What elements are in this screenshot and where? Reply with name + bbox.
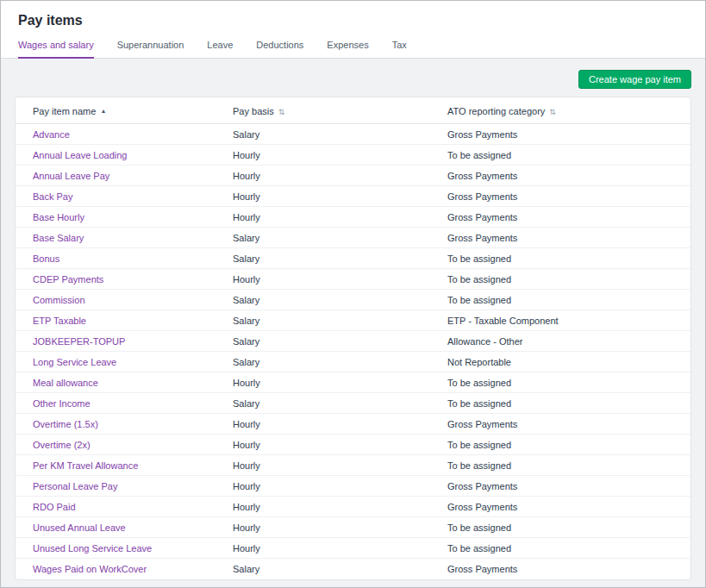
table-row: Unused Long Service LeaveHourlyTo be ass… (16, 538, 690, 559)
ato-category-cell: Gross Payments (447, 228, 690, 248)
ato-category-cell: To be assigned (447, 538, 690, 559)
pay-item-link[interactable]: Annual Leave Loading (33, 150, 127, 160)
pay-item-link[interactable]: Back Pay (33, 191, 72, 202)
pay-item-link[interactable]: Meal allowance (33, 378, 98, 388)
ato-category-cell: ETP - Taxable Component (447, 310, 690, 331)
pay-item-link[interactable]: RDO Paid (33, 502, 76, 512)
pay-item-link[interactable]: Advance (33, 129, 70, 140)
ato-category-cell: To be assigned (447, 517, 690, 538)
pay-item-name-cell: Base Salary (16, 228, 233, 248)
pay-item-name-cell: ETP Taxable (16, 310, 233, 331)
ato-category-cell: To be assigned (447, 290, 690, 310)
pay-basis-cell: Salary (233, 352, 447, 372)
table-row: Unused Annual LeaveHourlyTo be assigned (16, 517, 690, 538)
pay-item-link[interactable]: Overtime (1.5x) (33, 419, 98, 429)
table-row: Wages Paid on WorkCoverSalaryGross Payme… (16, 559, 690, 579)
pay-items-table: Pay item name▲ Pay basis⇅ ATO reporting … (16, 97, 690, 579)
table-header-row: Pay item name▲ Pay basis⇅ ATO reporting … (16, 97, 690, 124)
ato-category-cell: Gross Payments (447, 207, 690, 228)
table-row: Base SalarySalaryGross Payments (16, 228, 690, 248)
pay-basis-cell: Hourly (233, 166, 447, 186)
pay-item-name-cell: Wages Paid on WorkCover (16, 559, 233, 579)
sort-icon: ⇅ (549, 108, 556, 116)
pay-item-link[interactable]: Wages Paid on WorkCover (33, 564, 147, 574)
pay-basis-cell: Salary (233, 124, 447, 145)
pay-item-name-cell: Unused Annual Leave (16, 517, 233, 538)
pay-basis-cell: Hourly (233, 517, 447, 538)
pay-item-name-cell: Meal allowance (16, 372, 233, 393)
pay-item-name-cell: Annual Leave Pay (16, 166, 233, 186)
ato-category-cell: To be assigned (447, 393, 690, 414)
pay-basis-cell: Salary (233, 310, 447, 331)
ato-category-cell: To be assigned (447, 435, 690, 455)
ato-category-cell: Gross Payments (447, 124, 690, 145)
pay-item-name-cell: JOBKEEPER-TOPUP (16, 331, 233, 352)
pay-basis-cell: Hourly (233, 497, 447, 517)
table-row: Other IncomeSalaryTo be assigned (16, 393, 690, 414)
pay-item-name-cell: Personal Leave Pay (16, 476, 233, 497)
pay-item-link[interactable]: Unused Annual Leave (33, 522, 126, 533)
pay-basis-cell: Salary (233, 248, 447, 269)
pay-item-link[interactable]: Unused Long Service Leave (33, 543, 152, 554)
pay-basis-cell: Salary (233, 559, 447, 579)
pay-item-link[interactable]: Per KM Travel Allowance (33, 460, 138, 471)
table-body: AdvanceSalaryGross PaymentsAnnual Leave … (16, 124, 690, 579)
ato-category-cell: Allowance - Other (447, 331, 690, 352)
pay-item-link[interactable]: Commission (33, 295, 85, 305)
pay-item-name-cell: Annual Leave Loading (16, 145, 233, 166)
pay-basis-cell: Hourly (233, 186, 447, 207)
content-area: Create wage pay item Pay item name▲ Pay … (1, 59, 705, 587)
table-row: Annual Leave LoadingHourlyTo be assigned (16, 145, 690, 166)
table-row: Personal Leave PayHourlyGross Payments (16, 476, 690, 497)
pay-basis-cell: Salary (233, 331, 447, 352)
ato-category-cell: Gross Payments (447, 166, 690, 186)
ato-category-cell: To be assigned (447, 455, 690, 476)
pay-item-name-cell: CDEP Payments (16, 269, 233, 290)
tab-deductions[interactable]: Deductions (256, 40, 303, 58)
ato-category-cell: Not Reportable (447, 352, 690, 372)
sort-icon: ⇅ (278, 108, 285, 116)
pay-item-link[interactable]: Long Service Leave (33, 357, 116, 367)
tab-superannuation[interactable]: Superannuation (117, 40, 184, 58)
ato-category-cell: Gross Payments (447, 414, 690, 435)
pay-item-link[interactable]: ETP Taxable (33, 316, 86, 326)
sort-ascending-icon: ▲ (100, 108, 106, 114)
table-row: BonusSalaryTo be assigned (16, 248, 690, 269)
ato-category-cell: To be assigned (447, 145, 690, 166)
tab-tax[interactable]: Tax (392, 40, 407, 58)
pay-basis-cell: Salary (233, 228, 447, 248)
tab-leave[interactable]: Leave (207, 40, 233, 58)
ato-category-cell: To be assigned (447, 269, 690, 290)
pay-item-link[interactable]: CDEP Payments (33, 274, 103, 285)
column-header-pay-basis[interactable]: Pay basis⇅ (233, 97, 447, 124)
pay-basis-cell: Hourly (233, 435, 447, 455)
table-row: Long Service LeaveSalaryNot Reportable (16, 352, 690, 372)
tab-expenses[interactable]: Expenses (327, 40, 368, 58)
pay-item-link[interactable]: Base Salary (33, 233, 84, 243)
tab-wages-and-salary[interactable]: Wages and salary (18, 40, 94, 59)
ato-category-cell: Gross Payments (447, 476, 690, 497)
pay-item-link[interactable]: Personal Leave Pay (33, 481, 117, 491)
pay-item-link[interactable]: Annual Leave Pay (33, 171, 109, 181)
pay-item-name-cell: Long Service Leave (16, 352, 233, 372)
ato-category-cell: To be assigned (447, 372, 690, 393)
pay-basis-cell: Hourly (233, 372, 447, 393)
pay-item-name-cell: Commission (16, 290, 233, 310)
pay-basis-cell: Salary (233, 393, 447, 414)
pay-item-link[interactable]: Overtime (2x) (33, 440, 91, 450)
table-row: JOBKEEPER-TOPUPSalaryAllowance - Other (16, 331, 690, 352)
table-row: Per KM Travel AllowanceHourlyTo be assig… (16, 455, 690, 476)
column-header-pay-item-name[interactable]: Pay item name▲ (16, 97, 233, 124)
pay-item-link[interactable]: Base Hourly (33, 212, 84, 222)
pay-item-link[interactable]: Bonus (33, 253, 59, 264)
table-row: Base HourlyHourlyGross Payments (16, 207, 690, 228)
column-header-ato-reporting-category[interactable]: ATO reporting category⇅ (447, 97, 690, 124)
pay-basis-cell: Salary (233, 290, 447, 310)
table-row: RDO PaidHourlyGross Payments (16, 497, 690, 517)
create-wage-pay-item-button[interactable]: Create wage pay item (578, 70, 691, 89)
pay-item-link[interactable]: JOBKEEPER-TOPUP (33, 336, 125, 347)
pay-item-name-cell: Per KM Travel Allowance (16, 455, 233, 476)
table-row: CDEP PaymentsHourlyTo be assigned (16, 269, 690, 290)
pay-item-link[interactable]: Other Income (33, 398, 91, 409)
table-row: Meal allowanceHourlyTo be assigned (16, 372, 690, 393)
